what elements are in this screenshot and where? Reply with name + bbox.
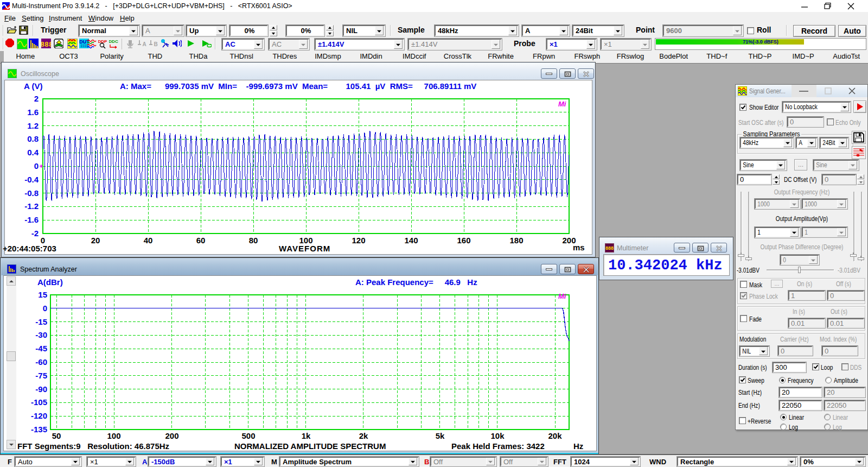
svg-text:888: 888	[605, 245, 614, 251]
svg-text:888: 888	[41, 41, 51, 48]
svg-text:B: B	[154, 41, 157, 47]
svg-text:A: A	[142, 41, 146, 47]
svg-text:DDC: DDC	[109, 39, 118, 44]
